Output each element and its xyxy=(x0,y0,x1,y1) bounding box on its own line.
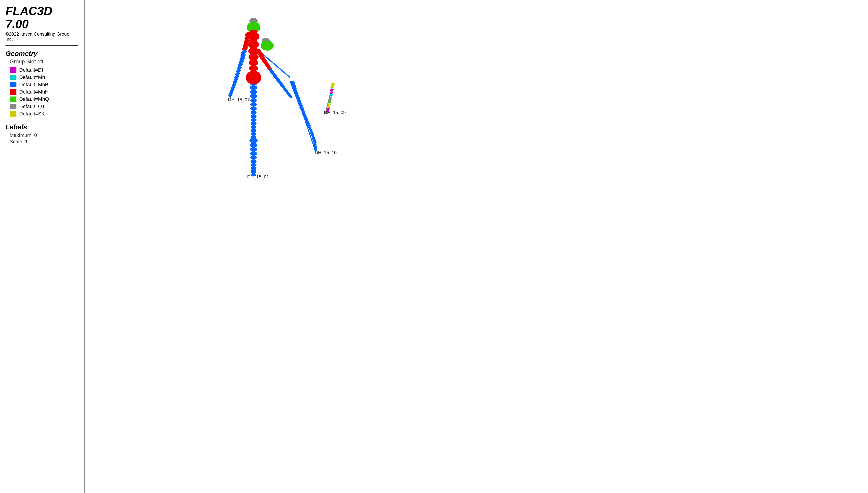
svg-point-25 xyxy=(251,132,256,136)
borehole-node xyxy=(248,41,259,49)
right-upper-diagonal xyxy=(255,47,292,99)
dh15-07-label: DH_15_07 xyxy=(228,97,250,103)
svg-point-32 xyxy=(250,147,257,152)
svg-point-5 xyxy=(250,94,257,99)
divider xyxy=(5,45,78,46)
legend-text-QT: Default=QT xyxy=(19,104,45,109)
svg-point-44 xyxy=(251,170,256,173)
arrow-label: → xyxy=(9,146,78,152)
labels-title: Labels xyxy=(5,123,78,131)
dh15-07-borehole xyxy=(228,31,253,98)
app-copyright: ©2022 Itasca Consulting Group, Inc. xyxy=(5,31,78,42)
scale-label: Scale: 1 xyxy=(9,139,78,145)
svg-point-21 xyxy=(251,125,256,129)
svg-point-1 xyxy=(250,85,257,90)
legend-text-MhB: Default=MhB xyxy=(19,82,48,88)
svg-point-40 xyxy=(250,163,257,167)
legend-text-MhH: Default=MhH xyxy=(19,89,49,95)
svg-point-30 xyxy=(250,143,257,148)
dh15-09-label: DH_15_09 xyxy=(324,110,346,115)
legend-item-SK: Default=SK xyxy=(9,111,78,117)
legend-color-MhH xyxy=(9,89,17,95)
group-slot-label: Group Slot off xyxy=(9,58,78,65)
main-viewport: DH_15_07 DH_15_01 DH_15_09 DH_15_10 xyxy=(84,0,868,493)
legend-color-QT xyxy=(9,104,17,109)
legend-color-MhB xyxy=(9,82,17,87)
visualization-svg: DH_15_07 DH_15_01 DH_15_09 DH_15_10 xyxy=(84,0,868,493)
svg-point-127 xyxy=(330,83,335,86)
dh15-09-borehole xyxy=(325,83,335,114)
svg-point-42 xyxy=(251,167,256,170)
dh15-10-label: DH_15_10 xyxy=(315,150,337,155)
right-main-diagonal xyxy=(289,80,318,151)
legend-text-Mh: Default=Mh xyxy=(19,74,45,80)
junction-node xyxy=(246,71,261,84)
dh15-01-label: DH_15_01 xyxy=(247,174,269,179)
svg-point-15 xyxy=(250,114,257,119)
borehole-node xyxy=(249,60,258,66)
legend-text-DI: Default=DI xyxy=(19,67,43,73)
labels-section: Labels Maximum: 0 Scale: 1 → xyxy=(5,123,78,152)
legend-color-DI xyxy=(9,67,17,73)
svg-point-3 xyxy=(250,90,257,94)
svg-point-23 xyxy=(251,129,256,132)
legend-color-SK xyxy=(9,111,17,116)
legend-text-MhQ: Default=MhQ xyxy=(19,96,49,102)
blue-vertical-section xyxy=(249,85,258,176)
maximum-label: Maximum: 0 xyxy=(9,132,78,138)
legend-text-SK: Default=SK xyxy=(19,111,45,117)
svg-point-128 xyxy=(330,85,335,89)
legend-color-MhQ xyxy=(9,97,17,102)
svg-point-7 xyxy=(250,98,257,103)
svg-point-17 xyxy=(250,118,257,122)
legend-item-Mh: Default=Mh xyxy=(9,74,78,80)
legend-item-MhQ: Default=MhQ xyxy=(9,96,78,102)
legend-color-Mh xyxy=(9,74,17,80)
svg-point-28 xyxy=(249,138,258,143)
geometry-section-title: Geometry xyxy=(5,50,78,58)
svg-point-9 xyxy=(250,103,257,107)
legend-item-MhB: Default=MhB xyxy=(9,82,78,88)
borehole-node xyxy=(248,53,259,61)
legend-item-MhH: Default=MhH xyxy=(9,89,78,95)
app-title: FLAC3D 7.00 xyxy=(5,4,78,30)
legend-items: Default=DIDefault=MhDefault=MhBDefault=M… xyxy=(9,67,78,117)
svg-point-11 xyxy=(250,107,257,111)
svg-point-19 xyxy=(250,122,257,126)
svg-point-129 xyxy=(330,88,334,91)
svg-point-34 xyxy=(250,151,257,156)
left-panel: FLAC3D 7.00 ©2022 Itasca Consulting Grou… xyxy=(0,0,84,493)
legend-item-QT: Default=QT xyxy=(9,104,78,109)
svg-point-36 xyxy=(250,155,257,159)
borehole-node-green xyxy=(261,41,274,51)
legend-item-DI: Default=DI xyxy=(9,67,78,73)
svg-point-13 xyxy=(250,110,257,114)
svg-point-38 xyxy=(250,159,257,163)
